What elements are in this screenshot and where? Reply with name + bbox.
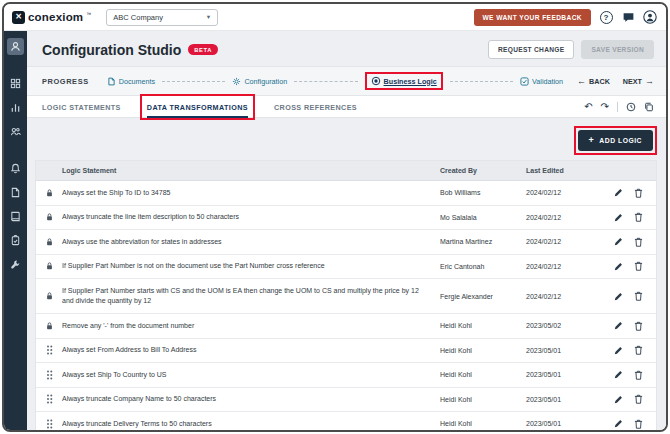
sidebar-item-tasks[interactable]: [7, 232, 24, 249]
row-leading-icon-cell: [36, 370, 62, 380]
sidebar-item-user[interactable]: [7, 38, 24, 55]
step-label: Validation: [532, 77, 563, 86]
tab-bar: LOGIC STATEMENTS DATA TRANSFORMATIONS CR…: [27, 96, 666, 118]
drag-handle-icon[interactable]: [46, 394, 53, 404]
table-row[interactable]: If Supplier Part Number is not on the do…: [36, 255, 656, 280]
add-logic-button[interactable]: + ADD LOGIC: [578, 130, 653, 151]
row-created-by: Heidi Kohl: [440, 371, 526, 378]
edit-icon[interactable]: [614, 321, 623, 330]
row-last-edited: 2023/05/01: [526, 396, 610, 403]
request-change-button[interactable]: REQUEST CHANGE: [488, 40, 574, 59]
next-button[interactable]: NEXT →: [623, 77, 654, 86]
step-business-logic[interactable]: Business Logic: [371, 76, 437, 86]
annotation-box-add-logic: + ADD LOGIC: [574, 126, 657, 155]
help-button[interactable]: ?: [599, 10, 613, 24]
main-panel: Configuration Studio BETA REQUEST CHANGE…: [27, 31, 666, 430]
tab-logic-statements[interactable]: LOGIC STATEMENTS: [42, 96, 121, 118]
step-connector: [450, 81, 513, 82]
delete-icon[interactable]: [634, 291, 643, 301]
table-row[interactable]: Always truncate Company Name to 50 chara…: [36, 388, 656, 413]
delete-icon[interactable]: [634, 394, 643, 404]
table-body: Always set the Ship To ID to 34785 Bob W…: [36, 181, 656, 432]
table-row[interactable]: Always set the Ship To ID to 34785 Bob W…: [36, 181, 656, 206]
company-selector[interactable]: ABC Company ▼: [106, 9, 218, 26]
row-statement: Always truncate the line item descriptio…: [62, 212, 440, 223]
table-row[interactable]: Always use the abbreviation for states i…: [36, 230, 656, 255]
edit-icon[interactable]: [614, 188, 623, 197]
delete-icon[interactable]: [634, 237, 643, 247]
row-last-edited: 2024/02/12: [526, 293, 610, 300]
edit-toolbar: ↶ ↷: [584, 102, 654, 112]
sidebar-item-analytics[interactable]: [7, 99, 24, 116]
avatar-button[interactable]: [643, 10, 657, 24]
lock-icon: [45, 321, 54, 331]
drag-handle-icon[interactable]: [46, 345, 53, 355]
table-row[interactable]: Remove any '-' from the document number …: [36, 314, 656, 339]
bar-chart-icon: [10, 102, 21, 113]
row-actions: [610, 237, 656, 247]
sidebar-item-documents[interactable]: [7, 184, 24, 201]
sidebar-item-tools[interactable]: [7, 256, 24, 273]
feedback-button[interactable]: WE WANT YOUR FEEDBACK: [474, 9, 592, 26]
people-icon: [10, 126, 21, 137]
chat-button[interactable]: [621, 10, 635, 24]
tab-cross-references[interactable]: CROSS REFERENCES: [274, 96, 357, 118]
delete-icon[interactable]: [634, 321, 643, 331]
edit-icon[interactable]: [614, 395, 623, 404]
delete-icon[interactable]: [634, 370, 643, 380]
row-created-by: Heidi Kohl: [440, 396, 526, 403]
plus-icon: +: [589, 136, 595, 145]
tab-data-transformations[interactable]: DATA TRANSFORMATIONS: [147, 96, 248, 118]
step-validation[interactable]: Validation: [520, 77, 563, 86]
edit-icon[interactable]: [614, 262, 623, 271]
page-title: Configuration Studio: [42, 42, 181, 58]
table-row[interactable]: Always truncate the line item descriptio…: [36, 206, 656, 231]
step-configuration[interactable]: Configuration: [232, 77, 287, 86]
row-created-by: Martina Martinez: [440, 238, 526, 245]
history-icon[interactable]: [626, 102, 636, 112]
row-created-by: Mo Salalala: [440, 214, 526, 221]
row-last-edited: 2024/02/12: [526, 214, 610, 221]
table-row[interactable]: If Supplier Part Number starts with CS a…: [36, 279, 656, 314]
sidebar-item-notifications[interactable]: [7, 160, 24, 177]
main-content: + ADD LOGIC Logic Statement Created By L…: [27, 118, 666, 430]
step-documents[interactable]: Documents: [107, 77, 155, 86]
delete-icon[interactable]: [634, 188, 643, 198]
progress-bar: PROGRESS Documents Configuration: [27, 66, 666, 96]
row-actions: [610, 345, 656, 355]
drag-handle-icon[interactable]: [46, 370, 53, 380]
redo-icon[interactable]: ↷: [601, 102, 609, 112]
row-actions: [610, 291, 656, 301]
table-row[interactable]: Always truncate Delivery Terms to 50 cha…: [36, 412, 656, 432]
delete-icon[interactable]: [634, 212, 643, 222]
table-row[interactable]: Always set From Address to Bill To Addre…: [36, 339, 656, 364]
back-button[interactable]: ← BACK: [577, 77, 610, 86]
copy-icon[interactable]: [644, 102, 654, 112]
sidebar-item-team[interactable]: [7, 123, 24, 140]
delete-icon[interactable]: [634, 345, 643, 355]
undo-icon[interactable]: ↶: [584, 102, 592, 112]
table-row[interactable]: Always set Ship To Country to US Heidi K…: [36, 363, 656, 388]
edit-icon[interactable]: [614, 346, 623, 355]
row-statement: If Supplier Part Number is not on the do…: [62, 261, 440, 272]
edit-icon[interactable]: [614, 237, 623, 246]
row-last-edited: 2023/05/02: [526, 322, 610, 329]
annotation-box-data-transformations: DATA TRANSFORMATIONS: [140, 94, 255, 120]
target-icon: [371, 76, 381, 86]
save-version-button[interactable]: SAVE VERSION: [581, 40, 654, 59]
sidebar-item-library[interactable]: [7, 208, 24, 225]
next-label: NEXT: [623, 77, 642, 86]
edit-icon[interactable]: [614, 292, 623, 301]
row-last-edited: 2023/05/01: [526, 347, 610, 354]
add-logic-row: + ADD LOGIC: [35, 126, 657, 155]
edit-icon[interactable]: [614, 419, 623, 428]
drag-handle-icon[interactable]: [46, 419, 53, 429]
grid-icon: [10, 78, 21, 89]
delete-icon[interactable]: [634, 261, 643, 271]
edit-icon[interactable]: [614, 213, 623, 222]
row-statement: Always set From Address to Bill To Addre…: [62, 345, 440, 356]
sidebar-item-grid[interactable]: [7, 75, 24, 92]
delete-icon[interactable]: [634, 419, 643, 429]
edit-icon[interactable]: [614, 370, 623, 379]
logic-table: Logic Statement Created By Last Edited A…: [35, 160, 657, 430]
